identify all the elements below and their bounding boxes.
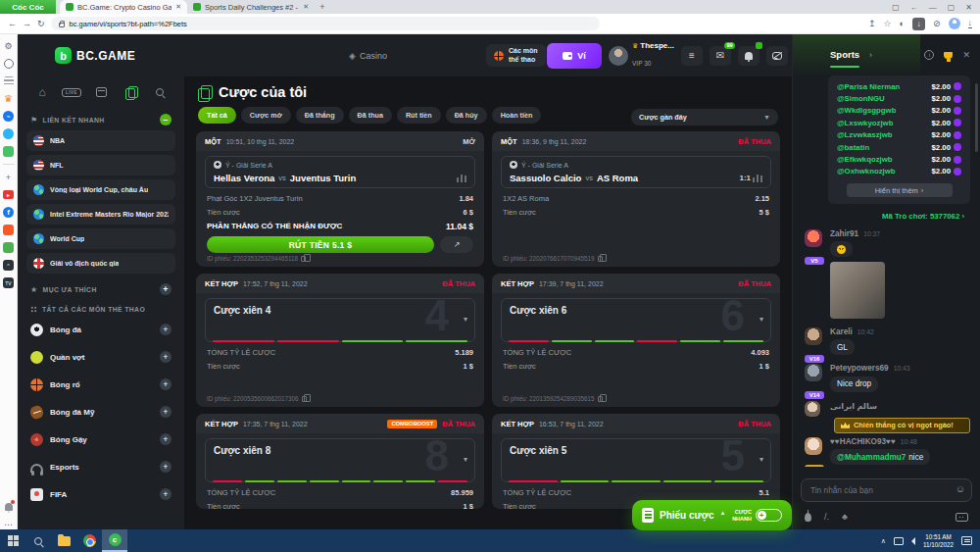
bookmark-star-icon[interactable]: ☆ (883, 19, 891, 28)
chevron-down-icon[interactable]: ▾ (464, 315, 467, 324)
combo-box[interactable]: Cược xiên 8 8 ▾ (205, 438, 475, 482)
newsfeed-icon[interactable] (4, 76, 14, 86)
filter-tab[interactable]: Đã thắng (296, 107, 344, 124)
bettor-username[interactable]: @Lzvwkaszjwb (837, 130, 893, 139)
bettor-username[interactable]: @Wkdlgsgpgwb (837, 106, 896, 115)
expand-plus-button[interactable]: + (160, 351, 172, 363)
battery-saver-icon[interactable] (3, 242, 14, 253)
bettor-username[interactable]: @SimonNGU (837, 94, 885, 103)
copy-icon[interactable] (302, 396, 307, 402)
chat-toggle-button[interactable] (766, 46, 788, 66)
games-icon[interactable] (3, 146, 14, 157)
share-icon[interactable]: ↥ (868, 19, 876, 28)
expand-plus-button[interactable]: + (160, 433, 172, 445)
sidebar-quick-link[interactable]: Vòng loại World Cup, châu Âu (26, 179, 175, 200)
emoji-picker-icon[interactable]: ☺ (956, 484, 965, 494)
filter-tab[interactable]: Cược mở (241, 107, 291, 124)
restore-button[interactable]: ▢ (948, 3, 956, 12)
sidebar-sport-item[interactable]: Quần vợt + (26, 345, 175, 369)
chat-scrollbar[interactable] (975, 83, 978, 152)
quests-menu-button[interactable]: ≡ (681, 46, 703, 66)
add-favorite-button[interactable]: + (160, 283, 172, 295)
add-shortcut-icon[interactable]: + (3, 172, 14, 182)
avatar[interactable] (805, 327, 822, 345)
quick-bet-toggle[interactable] (756, 509, 782, 522)
copy-icon[interactable] (301, 256, 306, 262)
forward-button[interactable]: → (23, 19, 31, 28)
betslip-button[interactable]: Phiếu cược ▲ CƯỢCNHANH (632, 500, 792, 530)
close-chat-icon[interactable]: ✕ (962, 50, 970, 60)
tv-icon[interactable]: TV (3, 277, 14, 288)
zalo-icon[interactable] (3, 128, 14, 139)
close-tab-icon[interactable]: ✕ (175, 3, 181, 11)
shopping-icon[interactable] (3, 225, 14, 235)
bettor-username[interactable]: @Lxswkyozjwb (837, 119, 893, 127)
bettor-username[interactable]: @batatin (837, 143, 869, 152)
bettor-username[interactable]: @Parisa Nierman (837, 82, 900, 91)
expand-plus-button[interactable]: + (160, 406, 172, 418)
downloads-tray-icon[interactable]: ↓ (968, 19, 973, 28)
stats-icon[interactable] (461, 175, 463, 182)
expand-plus-button[interactable]: + (160, 378, 172, 390)
bettor-username[interactable]: @Efkwkqozjwb (837, 155, 893, 164)
notifications-blocked-icon[interactable]: ⊘ (933, 19, 941, 28)
keyboard-icon[interactable] (956, 513, 968, 522)
tray-expand-icon[interactable]: ∧ (881, 537, 886, 545)
chat-room-tab[interactable]: Sports (830, 49, 859, 62)
collapse-button[interactable]: – (160, 114, 172, 125)
user-profile[interactable]: ♛Thespe... VIP 30 (609, 41, 674, 70)
gear-icon[interactable]: ⚙ (3, 40, 14, 51)
download-active-icon[interactable]: ↓ (912, 18, 925, 30)
expand-plus-button[interactable]: + (160, 461, 172, 473)
info-icon[interactable]: i (924, 50, 934, 60)
action-center-icon[interactable] (961, 536, 972, 545)
tab-search-icon[interactable]: ▢ (892, 3, 900, 12)
sidebar-sport-item[interactable]: FIFA + (26, 482, 175, 506)
chat-messages-area[interactable]: @Parisa Nierman $2.00 @SimonNGU $2.00 @W… (793, 75, 980, 467)
coccoc-taskbar-icon[interactable]: c (102, 529, 127, 552)
inbox-button[interactable]: ✉ 99 (710, 46, 731, 66)
chevron-down-icon[interactable]: ▾ (464, 455, 467, 464)
avatar[interactable] (805, 437, 822, 455)
avatar[interactable] (805, 364, 822, 381)
clubs-icon[interactable]: ♣ (842, 512, 848, 522)
sidebar-quick-link[interactable]: World Cup (26, 228, 175, 249)
chevron-down-icon[interactable]: ▾ (760, 455, 763, 464)
filter-tab[interactable]: Tất cả (198, 107, 236, 124)
live-icon[interactable]: LIVE (62, 88, 80, 97)
sidebar-sport-item[interactable]: Bóng rổ + (26, 373, 175, 396)
chat-rules-icon[interactable]: /. (824, 512, 829, 522)
url-field[interactable]: bc.game/vi/sports?bt-path=%2Fbets (51, 17, 600, 30)
coccoc-brand[interactable]: Cốc Cốc (0, 0, 56, 14)
sidebar-quick-link[interactable]: NFL (26, 155, 175, 176)
network-icon[interactable] (894, 537, 904, 545)
back-button[interactable]: ← (8, 19, 17, 28)
copy-icon[interactable] (598, 396, 603, 402)
file-explorer-icon[interactable] (51, 529, 76, 552)
filter-tab[interactable]: Hoàn tiền (492, 107, 542, 124)
combo-box[interactable]: Cược xiên 6 6 ▾ (501, 298, 771, 342)
share-bet-button[interactable]: ↗ (440, 236, 473, 253)
calendar-icon[interactable] (96, 87, 107, 97)
chevron-right-icon[interactable]: › (869, 50, 872, 60)
expand-plus-button[interactable]: + (160, 488, 172, 500)
expand-plus-button[interactable]: + (160, 324, 172, 335)
chat-image[interactable] (830, 262, 885, 319)
avatar[interactable] (805, 229, 822, 247)
filter-tab[interactable]: Rút tiền (397, 107, 441, 124)
combo-box[interactable]: Cược xiên 5 5 ▾ (501, 438, 771, 482)
home-icon[interactable]: ⌂ (32, 84, 52, 100)
taskbar-search-icon[interactable] (25, 529, 51, 552)
sidebar-sport-item[interactable]: Bóng Gậy + (26, 427, 175, 451)
coin-rain-icon[interactable] (805, 513, 811, 522)
game-code-link[interactable]: Mã Trò chơi: 5377062 › (808, 212, 964, 221)
combo-box[interactable]: Cược xiên 4 4 ▾ (205, 298, 475, 342)
browser-tab[interactable]: BC.Game: Crypto Casino Gan ✕ (60, 0, 187, 14)
show-more-button[interactable]: Hiển thị thêm› (847, 183, 953, 197)
chrome-icon[interactable] (76, 529, 102, 552)
close-window-button[interactable]: ✕ (965, 3, 972, 12)
sidebar-sport-item[interactable]: Bóng đá + (26, 318, 175, 341)
sidebar-toggle-icon[interactable]: ← (910, 3, 918, 12)
volume-icon[interactable] (911, 537, 915, 545)
sidebar-sport-item[interactable]: Bóng đá Mỹ + (26, 400, 175, 424)
